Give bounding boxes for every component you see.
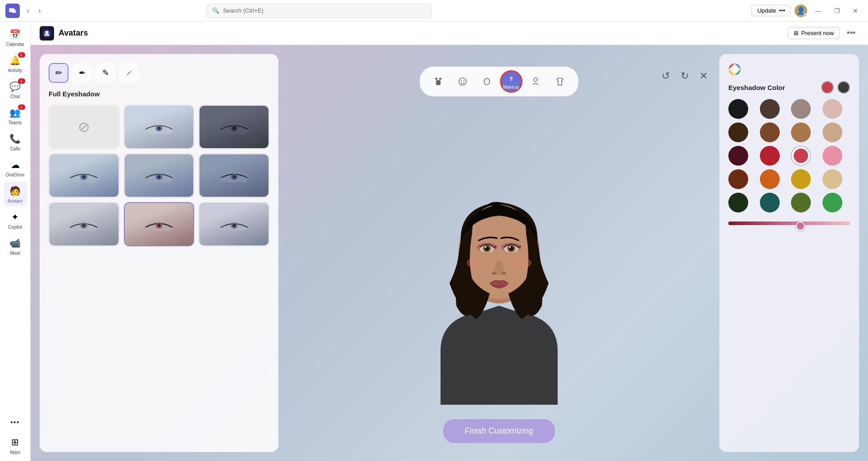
color-swatch[interactable]	[760, 122, 780, 142]
app-more-button[interactable]: •••	[843, 27, 859, 40]
calendar-icon: 📅	[9, 28, 22, 41]
eye-option-2[interactable]	[199, 105, 269, 149]
search-icon: 🔍	[212, 7, 219, 14]
eye-option-4[interactable]	[124, 154, 195, 198]
tab-full-eyeshadow[interactable]: ✏	[49, 63, 68, 83]
close-editor-button[interactable]: ✕	[697, 68, 710, 85]
sidebar-item-more[interactable]: •••	[4, 413, 27, 431]
sidebar-item-calendar[interactable]: 📅 Calendar	[4, 25, 27, 50]
tool-makeup[interactable]: Makeup	[500, 70, 523, 93]
sidebar-item-apps[interactable]: ⊞ Apps	[4, 433, 27, 457]
color-swatch[interactable]	[760, 193, 780, 212]
present-now-button[interactable]: ⊞ Present now	[788, 27, 840, 39]
color-swatch[interactable]	[760, 169, 780, 189]
maximize-button[interactable]: ❐	[830, 5, 845, 16]
color-swatch[interactable]	[760, 99, 780, 119]
eye-option-7[interactable]	[124, 202, 195, 246]
tab-eyeliner[interactable]: ✒	[72, 63, 92, 83]
selected-color-2[interactable]	[837, 81, 850, 94]
eye-options-grid: ⊘	[49, 105, 269, 246]
tool-hair[interactable]	[476, 70, 498, 93]
status-indicator	[804, 14, 807, 17]
color-swatch[interactable]	[823, 99, 842, 119]
svg-rect-1	[12, 9, 16, 13]
color-swatch[interactable]	[728, 169, 748, 189]
teams-logo-icon	[5, 4, 20, 18]
color-swatch[interactable]	[791, 193, 811, 212]
title-bar-right: Update ••• 👤 — ❐ ✕	[751, 5, 863, 17]
color-swatch-selected[interactable]	[791, 146, 811, 166]
calls-icon: 📞	[9, 132, 22, 145]
eye-option-1[interactable]	[124, 105, 195, 149]
tool-clothing[interactable]	[549, 70, 571, 93]
color-slider[interactable]	[728, 221, 850, 225]
color-slider-container	[728, 218, 850, 225]
color-swatch[interactable]	[728, 146, 748, 166]
apps-icon: ⊞	[9, 436, 22, 448]
avatar-figure: Finish Customizing	[278, 96, 719, 461]
color-grid	[728, 99, 850, 212]
svg-point-9	[232, 127, 236, 130]
color-swatch[interactable]	[791, 122, 811, 142]
finish-customizing-button[interactable]: Finish Customizing	[443, 419, 554, 443]
svg-rect-30	[436, 80, 441, 85]
makeup-label: Makeup	[503, 85, 519, 90]
sidebar: 📅 Calendar 🔔 Activity 6 💬 Chat 5 👥 Teams…	[0, 22, 31, 461]
sidebar-item-teams[interactable]: 👥 Teams 2	[4, 104, 27, 128]
sidebar-item-calls[interactable]: 📞 Calls	[4, 130, 27, 154]
update-button[interactable]: Update •••	[751, 5, 791, 16]
color-swatch[interactable]	[728, 99, 748, 119]
title-bar: ‹ › 🔍 Search (Ctrl+E) Update ••• 👤 — ❐ ✕	[0, 0, 868, 22]
svg-point-52	[502, 272, 506, 275]
sidebar-item-chat[interactable]: 💬 Chat 5	[4, 77, 27, 102]
activity-badge: 6	[18, 52, 25, 58]
selected-color-1[interactable]	[821, 81, 834, 94]
eye-option-6[interactable]	[49, 202, 119, 246]
workspace: ✏ ✒ ✎ ⟋ Full Eyeshadow ⊘	[31, 45, 868, 461]
tool-accessories[interactable]	[524, 70, 547, 93]
tool-body[interactable]	[427, 70, 450, 93]
forward-button[interactable]: ›	[35, 5, 44, 17]
eye-option-5[interactable]	[199, 154, 269, 198]
svg-rect-28	[435, 78, 437, 80]
eye-option-3[interactable]	[49, 154, 119, 198]
svg-rect-37	[510, 78, 513, 79]
color-swatch[interactable]	[760, 146, 780, 166]
minimize-button[interactable]: —	[811, 5, 826, 16]
search-bar[interactable]: 🔍 Search (Ctrl+E)	[206, 4, 432, 18]
eye-option-none[interactable]: ⊘	[49, 105, 119, 149]
sidebar-item-onedrive[interactable]: ☁ OneDrive	[4, 156, 27, 180]
sidebar-item-copilot[interactable]: ✦ Copilot	[4, 208, 27, 232]
sidebar-item-meet[interactable]: 📹 Meet	[4, 234, 27, 258]
color-swatch[interactable]	[791, 169, 811, 189]
svg-point-39	[534, 78, 537, 81]
color-swatch[interactable]	[823, 146, 842, 166]
tab-eyebrow[interactable]: ✎	[95, 63, 115, 83]
color-swatch[interactable]	[728, 122, 748, 142]
color-swatch[interactable]	[823, 169, 842, 189]
svg-rect-29	[439, 78, 441, 80]
svg-point-46	[485, 246, 486, 248]
color-wheel-icon	[728, 63, 741, 76]
sidebar-item-avatars[interactable]: 🧑 Avatars	[4, 182, 27, 206]
close-button[interactable]: ✕	[848, 5, 863, 16]
makeup-tabs: ✏ ✒ ✎ ⟋	[49, 63, 269, 83]
svg-point-18	[232, 175, 236, 179]
eye-option-8[interactable]	[199, 202, 269, 246]
sidebar-item-activity[interactable]: 🔔 Activity 6	[4, 51, 27, 76]
search-placeholder: Search (Ctrl+E)	[223, 7, 264, 14]
color-swatch[interactable]	[791, 99, 811, 119]
tool-face[interactable]	[451, 70, 474, 93]
tab-lashes[interactable]: ⟋	[119, 63, 139, 83]
color-swatch[interactable]	[823, 122, 842, 142]
copilot-icon: ✦	[9, 211, 22, 223]
redo-button[interactable]: ↻	[678, 68, 691, 85]
back-button[interactable]: ‹	[23, 5, 33, 17]
color-swatch[interactable]	[823, 193, 842, 212]
no-makeup-icon: ⊘	[78, 118, 90, 136]
page-title: Avatars	[59, 28, 88, 38]
svg-point-24	[157, 224, 161, 227]
undo-button[interactable]: ↺	[659, 68, 673, 85]
color-swatch[interactable]	[728, 193, 748, 212]
svg-point-27	[232, 224, 236, 227]
